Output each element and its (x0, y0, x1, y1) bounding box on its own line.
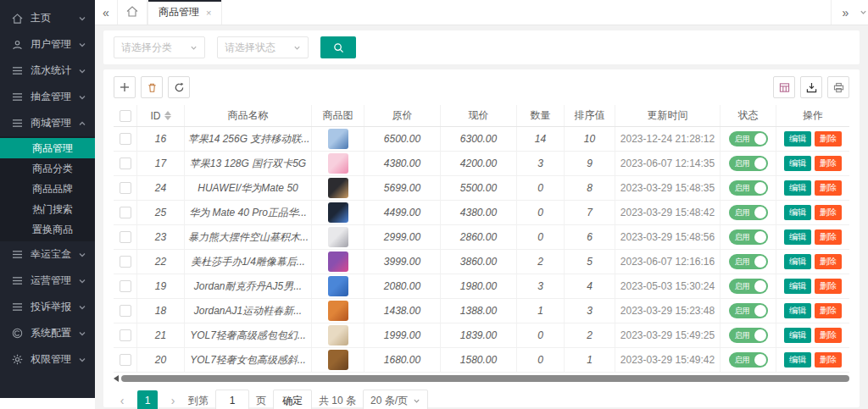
search-button[interactable] (320, 36, 356, 58)
page-size-select[interactable]: 20 条/页 (363, 390, 428, 409)
jump-page-input[interactable] (215, 390, 249, 409)
delete-button[interactable]: 删除 (815, 352, 842, 368)
row-checkbox-cell (114, 127, 137, 151)
sidebar-item-home[interactable]: 主页 (0, 5, 95, 31)
edit-button[interactable]: 编辑 (784, 205, 811, 220)
row-checkbox[interactable] (120, 158, 131, 169)
product-image-cell (312, 348, 364, 372)
row-checkbox[interactable] (120, 329, 131, 341)
sidebar-item-mall-management[interactable]: 商城管理 (0, 110, 95, 136)
select-all-checkbox[interactable] (120, 110, 131, 122)
edit-button[interactable]: 编辑 (784, 229, 811, 245)
status-toggle[interactable]: 启用 (729, 131, 768, 146)
edit-button[interactable]: 编辑 (784, 156, 811, 171)
category-select-placeholder: 请选择分类 (121, 41, 190, 55)
status-toggle[interactable]: 启用 (729, 180, 768, 196)
sidebar-subitem-product-brand[interactable]: 商品品牌 (0, 179, 95, 199)
sort-value: 1 (565, 348, 615, 372)
status-toggle[interactable]: 启用 (729, 352, 768, 368)
row-checkbox[interactable] (120, 207, 131, 218)
print-button[interactable] (827, 76, 849, 98)
status-select[interactable]: 请选择状态 (217, 36, 309, 58)
sidebar-item-operation-management[interactable]: 运营管理 (0, 268, 95, 294)
sidebar-subitem-hot-search[interactable]: 热门搜索 (0, 199, 95, 219)
sort-icon[interactable] (164, 111, 171, 120)
delete-button[interactable]: 删除 (815, 205, 842, 220)
menu-icon (12, 249, 25, 261)
page-number-current[interactable]: 1 (137, 390, 158, 409)
product-image-cell (312, 225, 364, 249)
delete-button[interactable]: 删除 (815, 229, 842, 245)
delete-button[interactable]: 删除 (815, 254, 842, 269)
row-checkbox[interactable] (120, 133, 131, 145)
sidebar-subitem-product-management[interactable]: 商品管理 (0, 138, 95, 158)
scrollbar-left-arrow-icon[interactable] (114, 375, 119, 382)
status-toggle[interactable]: 启用 (729, 328, 768, 343)
delete-button[interactable]: 删除 (815, 156, 842, 171)
edit-button[interactable]: 编辑 (784, 254, 811, 269)
delete-button[interactable]: 删除 (815, 131, 842, 146)
original-price: 2999.00 (364, 225, 441, 249)
table-row: 19Jordan耐克乔丹AJ5男...2080.001980.00342023-… (114, 274, 849, 299)
menu-icon (12, 301, 25, 313)
sidebar-item-label: 权限管理 (31, 352, 78, 367)
product-name: 苹果14 256G 支持移动联... (185, 127, 312, 151)
status-toggle[interactable]: 启用 (729, 156, 768, 171)
add-row-button[interactable] (114, 76, 136, 98)
status-toggle[interactable]: 启用 (729, 205, 768, 220)
sidebar-item-user-management[interactable]: 用户管理 (0, 31, 95, 58)
edit-button[interactable]: 编辑 (784, 131, 811, 146)
edit-button[interactable]: 编辑 (784, 279, 811, 294)
sidebar-subitem-exchange-goods[interactable]: 置换商品 (0, 219, 95, 240)
scrollbar-thumb[interactable] (121, 375, 849, 382)
horizontal-scrollbar[interactable] (114, 374, 849, 383)
jump-suffix-label: 页 (256, 394, 266, 408)
confirm-jump-button[interactable]: 确定 (273, 390, 312, 409)
row-checkbox[interactable] (120, 256, 131, 268)
sidebar-item-permission-management[interactable]: 权限管理 (0, 346, 95, 373)
toggle-knob (754, 182, 766, 194)
row-checkbox[interactable] (120, 182, 131, 194)
edit-button[interactable]: 编辑 (784, 303, 811, 318)
sidebar-item-box-management[interactable]: 抽盒管理 (0, 84, 95, 110)
scroll-tabs-right-icon[interactable]: » (831, 0, 860, 25)
product-name: YOL7轻奢高级感包包幻... (185, 323, 312, 347)
close-tab-icon[interactable]: × (206, 8, 211, 18)
refresh-button[interactable] (168, 76, 190, 98)
sidebar-item-flow-statistics[interactable]: 流水统计 (0, 58, 95, 84)
row-checkbox[interactable] (120, 354, 131, 366)
prev-page-icon[interactable]: ‹ (114, 394, 131, 407)
delete-button[interactable]: 删除 (815, 328, 842, 343)
row-checkbox[interactable] (120, 305, 131, 317)
product-id: 16 (137, 127, 185, 151)
sidebar-subitem-product-category[interactable]: 商品分类 (0, 158, 95, 179)
delete-selected-button[interactable] (141, 76, 163, 98)
pagination: ‹ 1 › 到第 页 确定 共 10 条 20 条/页 (114, 386, 849, 409)
status-toggle[interactable]: 启用 (729, 229, 768, 245)
delete-button[interactable]: 删除 (815, 180, 842, 196)
edit-button[interactable]: 编辑 (784, 180, 811, 196)
edit-button[interactable]: 编辑 (784, 352, 811, 368)
column-header-3: 原价 (364, 105, 441, 126)
delete-button[interactable]: 删除 (815, 303, 842, 318)
status-toggle[interactable]: 启用 (729, 254, 768, 269)
quantity: 0 (517, 176, 565, 200)
sidebar-item-lucky-box[interactable]: 幸运宝盒 (0, 241, 95, 268)
status-toggle[interactable]: 启用 (729, 279, 768, 294)
trash-icon (147, 82, 158, 93)
filter-columns-button[interactable] (773, 76, 795, 98)
category-select[interactable]: 请选择分类 (114, 36, 205, 58)
sidebar-item-system-config[interactable]: 系统配置 (0, 320, 95, 346)
collapse-sidebar-icon[interactable]: « (95, 0, 117, 25)
tab-menu-chevron-icon[interactable] (860, 0, 868, 25)
tab-product-management[interactable]: 商品管理 × (147, 0, 222, 25)
sidebar-item-complaint-report[interactable]: 投诉举报 (0, 294, 95, 320)
row-checkbox[interactable] (120, 280, 131, 292)
status-toggle[interactable]: 启用 (729, 303, 768, 318)
delete-button[interactable]: 删除 (815, 279, 842, 294)
tab-home[interactable] (117, 0, 147, 25)
next-page-icon[interactable]: › (164, 394, 181, 407)
export-button[interactable] (800, 76, 822, 98)
edit-button[interactable]: 编辑 (784, 328, 811, 343)
row-checkbox[interactable] (120, 231, 131, 243)
